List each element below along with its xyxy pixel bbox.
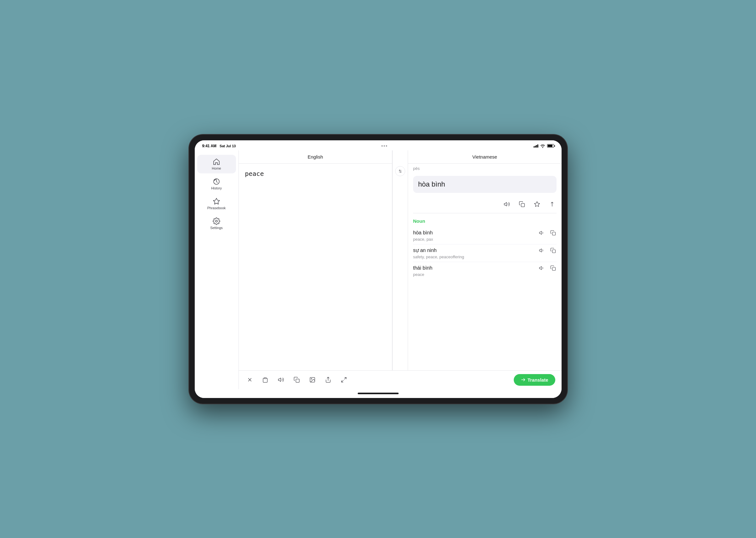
- home-bar: [358, 393, 399, 394]
- fullscreen-button[interactable]: [339, 375, 349, 385]
- definition-alts-3: peace: [413, 272, 557, 277]
- svg-point-2: [216, 220, 217, 222]
- signal-bar-4: [537, 144, 538, 147]
- gear-icon: [213, 217, 220, 225]
- definition-word-text-1: hòa bình: [413, 230, 538, 236]
- definition-word-text-3: thái bình: [413, 265, 538, 271]
- copy-entry-1-button[interactable]: [550, 229, 557, 236]
- star-icon: [213, 197, 220, 205]
- svg-marker-10: [539, 266, 541, 270]
- clear-button[interactable]: [245, 375, 254, 385]
- pos-section: Noun hòa bình: [408, 215, 562, 281]
- translation-container: English peace: [239, 150, 562, 389]
- source-text-input[interactable]: peace: [239, 164, 392, 370]
- translate-label: Translate: [528, 377, 548, 383]
- svg-line-20: [344, 378, 346, 379]
- home-indicator: [195, 389, 562, 398]
- battery-icon: [547, 144, 554, 147]
- sidebar-settings-label: Settings: [210, 226, 223, 230]
- left-panel: English peace: [239, 150, 393, 370]
- copy-entry-2-button[interactable]: [550, 247, 557, 254]
- swap-button-container: [392, 150, 408, 370]
- definition-alts-1: peace, pax: [413, 237, 557, 242]
- copy-entry-3-button[interactable]: [550, 265, 557, 272]
- svg-marker-15: [278, 378, 281, 382]
- history-icon: [213, 178, 220, 185]
- definition-actions-1: [538, 229, 557, 236]
- definition-word-1: hòa bình: [413, 229, 557, 236]
- definition-word-2: sự an ninh: [413, 247, 557, 254]
- status-dots: •••: [381, 143, 388, 148]
- definition-item-1: hòa bình: [413, 227, 557, 244]
- speak-entry-3-button[interactable]: [538, 265, 545, 272]
- speak-entry-1-button[interactable]: [538, 229, 545, 236]
- swap-result-button[interactable]: [548, 200, 557, 209]
- status-right: [534, 144, 554, 148]
- speak-source-button[interactable]: [276, 375, 286, 385]
- divider-1: [413, 213, 557, 213]
- definition-actions-3: [538, 265, 557, 272]
- svg-rect-16: [296, 379, 299, 383]
- target-lang-header[interactable]: Vietnamese: [408, 150, 562, 164]
- source-lang-label: English: [308, 154, 323, 160]
- share-button[interactable]: [323, 375, 333, 385]
- status-bar: 9:41 AM Sat Jul 13 •••: [195, 140, 562, 150]
- definition-word-3: thái bình: [413, 265, 557, 272]
- sidebar-phrasebook-label: Phrasebook: [207, 206, 226, 210]
- app-content: Home History: [195, 150, 562, 389]
- copy-source-button[interactable]: [292, 375, 302, 385]
- sidebar: Home History: [195, 150, 239, 389]
- translation-panels: English peace: [239, 150, 562, 370]
- image-translate-button[interactable]: [307, 375, 317, 385]
- definition-actions-2: [538, 247, 557, 254]
- pos-label: Noun: [413, 218, 557, 224]
- definition-word-text-2: sự an ninh: [413, 247, 538, 253]
- signal-bar-2: [535, 146, 536, 147]
- main-translation: hòa bình: [418, 180, 445, 188]
- target-lang-label: Vietnamese: [472, 154, 497, 160]
- svg-rect-4: [521, 203, 524, 207]
- definition-item-2: sự an ninh: [413, 244, 557, 262]
- status-date: Sat Jul 13: [220, 144, 236, 148]
- translation-result-box: hòa bình: [413, 176, 557, 193]
- signal-bar-1: [534, 146, 534, 147]
- source-lang-header[interactable]: English: [239, 150, 392, 164]
- definition-item-3: thái bình: [413, 262, 557, 279]
- sidebar-home-label: Home: [212, 166, 221, 170]
- signal-bars-icon: [534, 144, 538, 147]
- svg-rect-11: [552, 267, 555, 270]
- sidebar-item-history[interactable]: History: [197, 175, 236, 193]
- status-left: 9:41 AM Sat Jul 13: [202, 144, 236, 148]
- sidebar-item-settings[interactable]: Settings: [197, 214, 236, 233]
- sidebar-history-label: History: [211, 186, 222, 190]
- pronunciation: pēs: [408, 164, 562, 172]
- battery-fill: [548, 145, 553, 147]
- speak-translation-button[interactable]: [503, 200, 511, 209]
- swap-languages-button[interactable]: [395, 166, 405, 176]
- svg-rect-7: [552, 232, 555, 235]
- paste-button[interactable]: [260, 375, 270, 385]
- sidebar-item-home[interactable]: Home: [197, 155, 236, 173]
- main-area: English peace: [239, 150, 562, 389]
- definition-alts-2: safety, peace, peaceoffering: [413, 254, 557, 259]
- svg-line-21: [341, 380, 343, 382]
- right-panel: Vietnamese pēs hòa bình: [408, 150, 562, 370]
- wifi-icon: [540, 144, 545, 148]
- home-icon: [213, 158, 220, 166]
- svg-marker-8: [539, 248, 541, 252]
- speak-entry-2-button[interactable]: [538, 247, 545, 254]
- svg-marker-5: [534, 201, 540, 206]
- svg-rect-14: [264, 378, 266, 378]
- favorite-button[interactable]: [533, 200, 541, 209]
- svg-marker-1: [213, 198, 220, 204]
- sidebar-item-phrasebook[interactable]: Phrasebook: [197, 194, 236, 213]
- svg-marker-6: [539, 231, 541, 235]
- translate-button[interactable]: Translate: [514, 374, 555, 386]
- copy-translation-button[interactable]: [517, 200, 526, 209]
- status-time: 9:41 AM: [202, 144, 217, 148]
- svg-point-18: [311, 378, 312, 379]
- svg-rect-9: [552, 249, 555, 253]
- translation-actions: [408, 197, 562, 212]
- signal-bar-3: [536, 145, 537, 147]
- bottom-toolbar: Translate: [239, 370, 562, 389]
